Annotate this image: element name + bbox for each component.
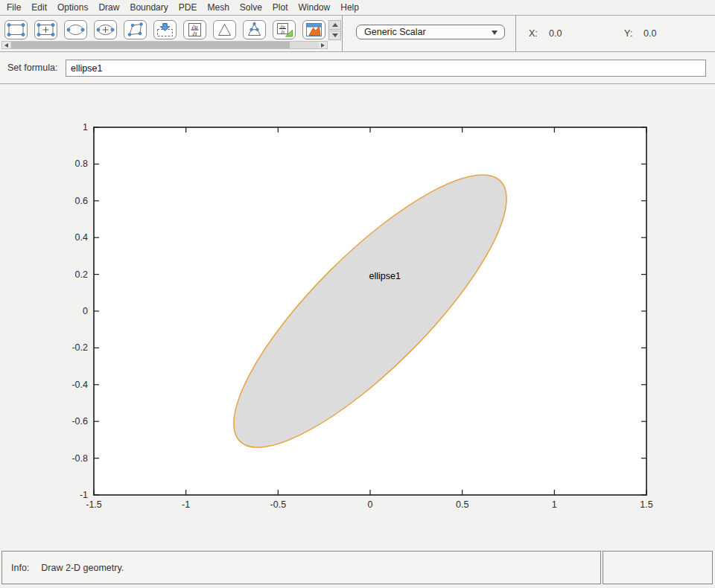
- y-tick-label: 0: [83, 306, 88, 316]
- toolbar-scrollbar[interactable]: [1, 41, 328, 49]
- tool-pde-specification-button[interactable]: ∂u∂t: [183, 20, 206, 39]
- menu-item-options[interactable]: Options: [52, 1, 93, 14]
- x-tick-label: 1: [552, 499, 557, 510]
- menu-item-help[interactable]: Help: [335, 1, 364, 14]
- menu-item-file[interactable]: File: [1, 1, 26, 14]
- drawing-canvas[interactable]: -1.5-1-0.500.511.5-1-0.8-0.6-0.4-0.200.2…: [0, 84, 715, 549]
- y-tick-label: 1: [83, 122, 88, 132]
- menu-item-draw[interactable]: Draw: [93, 1, 124, 14]
- menu-item-mesh[interactable]: Mesh: [202, 1, 234, 14]
- tool-boundary-mode-button[interactable]: [153, 20, 177, 39]
- draw-rectangle-center-icon: [35, 21, 57, 39]
- draw-ellipse-center-icon: [95, 21, 116, 39]
- status-bar: Info: Draw 2-D geometry.: [0, 549, 715, 588]
- spinner-up-button[interactable]: [328, 20, 341, 30]
- plot-solution-icon: [303, 21, 325, 39]
- draw-polygon-icon: [124, 21, 146, 39]
- status-info-panel: Info: Draw 2-D geometry.: [1, 551, 601, 584]
- menu-item-pde[interactable]: PDE: [174, 1, 203, 14]
- y-tick-label: -0.6: [72, 416, 88, 426]
- tool-solve-pde-button[interactable]: ∂u∂t: [273, 20, 296, 39]
- x-tick-label: 1.5: [640, 499, 652, 510]
- y-tick-label: 0.6: [75, 196, 88, 206]
- y-tick-label: 0.8: [75, 159, 88, 169]
- arrow-down-icon: [332, 33, 338, 37]
- pde-type-value: Generic Scalar: [364, 27, 426, 37]
- draw-ellipse-corner-icon: [65, 21, 86, 39]
- y-coordinate-value: 0.0: [644, 26, 656, 41]
- scrollbar-right-button[interactable]: [319, 42, 327, 48]
- x-tick-label: 0.5: [456, 499, 468, 510]
- scrollbar-left-button[interactable]: [2, 42, 10, 48]
- solve-pde-icon: ∂u∂t: [273, 21, 295, 39]
- refine-mesh-icon: [244, 21, 265, 39]
- svg-text:∂u: ∂u: [281, 25, 285, 29]
- tool-draw-rectangle-corner-button[interactable]: [4, 20, 28, 39]
- arrow-right-icon: [321, 43, 325, 48]
- tool-plot-solution-button[interactable]: [302, 20, 325, 39]
- initialize-mesh-icon: [214, 21, 235, 39]
- chevron-down-icon: [492, 31, 498, 35]
- info-text: Draw 2-D geometry.: [41, 563, 124, 573]
- y-tick-label: -0.4: [72, 380, 88, 390]
- y-coordinate-label: Y:: [624, 26, 632, 41]
- menu-item-plot[interactable]: Plot: [267, 1, 293, 14]
- x-coordinate-value: 0.0: [549, 26, 562, 41]
- x-tick-label: -1.5: [86, 499, 102, 510]
- y-tick-label: 0.4: [75, 232, 88, 243]
- menu-bar: FileEditOptionsDrawBoundaryPDEMeshSolveP…: [0, 0, 715, 15]
- svg-text:∂t: ∂t: [193, 31, 198, 37]
- tool-draw-rectangle-center-button[interactable]: [34, 20, 57, 39]
- x-tick-label: 0: [368, 499, 373, 510]
- pde-specification-icon: ∂u∂t: [184, 21, 206, 39]
- geometry-plot[interactable]: -1.5-1-0.500.511.5-1-0.8-0.6-0.4-0.200.2…: [0, 84, 715, 549]
- set-formula-input[interactable]: [66, 60, 706, 77]
- menu-item-solve[interactable]: Solve: [235, 1, 267, 14]
- y-tick-label: -0.8: [72, 453, 88, 464]
- status-aux-panel: [603, 551, 713, 584]
- arrow-up-icon: [332, 23, 338, 27]
- menu-item-boundary[interactable]: Boundary: [124, 1, 173, 14]
- scrollbar-thumb[interactable]: [11, 42, 290, 48]
- tool-initialize-mesh-button[interactable]: [213, 20, 236, 39]
- toolbar-divider: [342, 16, 343, 51]
- y-tick-label: -0.2: [72, 342, 88, 353]
- tool-draw-ellipse-center-button[interactable]: [94, 20, 117, 39]
- svg-text:∂u: ∂u: [192, 24, 198, 31]
- arrow-left-icon: [4, 43, 8, 48]
- spinner-down-button[interactable]: [328, 31, 341, 40]
- x-tick-label: -1: [182, 499, 190, 510]
- boundary-mode-icon: [154, 21, 176, 39]
- tool-strip: ∂u∂t∂u∂t: [4, 20, 325, 39]
- toolbar-row-spinner: [328, 20, 341, 41]
- tool-draw-ellipse-corner-button[interactable]: [64, 20, 87, 39]
- formula-bar: Set formula:: [0, 53, 715, 84]
- x-coordinate-label: X:: [529, 26, 538, 41]
- set-formula-label: Set formula:: [7, 63, 57, 73]
- menu-item-window[interactable]: Window: [293, 1, 336, 14]
- pde-type-select[interactable]: Generic Scalar: [356, 25, 505, 39]
- geometry-label-ellipse1: ellipse1: [369, 271, 401, 281]
- y-tick-label: 0.2: [75, 269, 88, 280]
- toolbar: ∂u∂t∂u∂t Generic Scalar X: 0.0 Y: 0.0: [0, 15, 715, 52]
- menu-item-edit[interactable]: Edit: [26, 1, 52, 14]
- tool-refine-mesh-button[interactable]: [243, 20, 266, 39]
- info-label: Info:: [11, 563, 29, 573]
- svg-text:∂t: ∂t: [281, 30, 285, 34]
- draw-rectangle-corner-icon: [5, 21, 27, 39]
- y-tick-label: -1: [80, 490, 88, 500]
- x-tick-label: -0.5: [270, 499, 287, 510]
- toolbar-divider-2: [515, 16, 516, 51]
- tool-draw-polygon-button[interactable]: [124, 20, 147, 39]
